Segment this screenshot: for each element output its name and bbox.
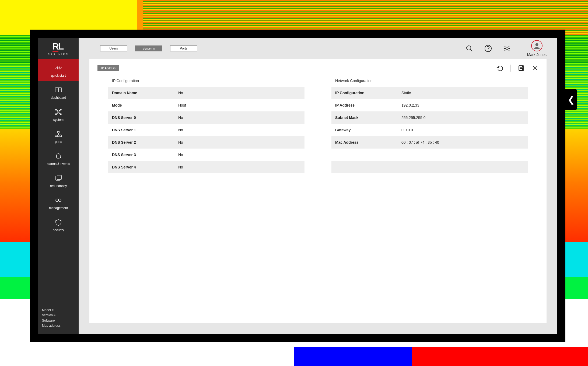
net-config-column: Network Configuration IP ConfigurationSt…: [331, 77, 528, 173]
help-icon[interactable]: [484, 44, 492, 52]
row-value: No: [178, 153, 183, 157]
row-key: DNS Server 4: [108, 165, 178, 169]
row-key: Domain Name: [108, 91, 178, 95]
card-actions: [496, 65, 538, 72]
content-card: IP Address IP Configuration Domain NameN…: [89, 59, 547, 323]
top-tabs: Users Systems Ports: [100, 45, 197, 51]
sidebar-item-ports[interactable]: ports: [38, 125, 79, 147]
svg-rect-9: [60, 135, 62, 137]
close-icon[interactable]: [532, 65, 538, 71]
topbar: Users Systems Ports Mark Jones: [79, 38, 557, 59]
row-key: DNS Server 3: [108, 153, 178, 157]
sidebar-item-label: management: [49, 206, 68, 210]
sidebar-nav: quick start dashboard system ports alarm…: [38, 59, 79, 236]
table-row: Mac Address00 : 07 : af 74 : 3b : 40: [331, 136, 528, 149]
brand-logo: RL RED LION: [38, 38, 79, 59]
app-frame: ❮ RL RED LION quick start dashboard syst: [30, 30, 565, 342]
table-row: [331, 149, 528, 161]
sidebar-item-security[interactable]: security: [38, 214, 79, 236]
sidebar-item-label: quick start: [51, 74, 66, 78]
row-key: Subnet Mask: [331, 115, 401, 120]
drawer-handle[interactable]: ❮: [565, 89, 577, 110]
brand-sub: RED LION: [48, 53, 69, 55]
management-icon: [54, 196, 62, 204]
row-value: No: [178, 165, 183, 169]
shield-icon: [54, 219, 62, 226]
table-row: DNS Server 0No: [108, 111, 304, 124]
table-row: IP Address192.0.2.33: [331, 99, 528, 111]
row-value: No: [178, 140, 183, 145]
row-value: 00 : 07 : af 74 : 3b : 40: [401, 140, 439, 145]
table-row: Subnet Mask255.255.255.0: [331, 111, 528, 124]
person-icon: [534, 43, 540, 49]
row-key: Mode: [108, 103, 178, 107]
row-value: No: [178, 128, 183, 132]
row-value: Host: [178, 103, 186, 107]
sidebar-item-label: dashboard: [51, 96, 66, 100]
sidebar-item-management[interactable]: management: [38, 192, 79, 214]
tab-systems[interactable]: Systems: [135, 45, 162, 51]
svg-rect-6: [58, 131, 59, 133]
table-row: Domain NameNo: [108, 87, 304, 99]
sidebar-item-label: alarms & events: [47, 162, 70, 166]
sidebar-footer: Model # Version # Software Mac address: [38, 308, 79, 328]
footer-line: Software: [42, 318, 75, 323]
main-panel: Users Systems Ports Mark Jones IP Addr: [79, 38, 557, 334]
row-key: DNS Server 0: [108, 115, 178, 120]
row-value: 0.0.0.0: [401, 128, 413, 132]
table-row: ModeHost: [108, 99, 304, 111]
user-name: Mark Jones: [527, 52, 547, 57]
tab-users[interactable]: Users: [100, 45, 127, 51]
table-row: DNS Server 3No: [108, 149, 304, 161]
tab-ports[interactable]: Ports: [170, 45, 197, 51]
row-key: IP Address: [331, 103, 401, 107]
sidebar-item-label: system: [53, 118, 64, 122]
undo-icon[interactable]: [496, 65, 503, 71]
save-icon[interactable]: [518, 65, 524, 71]
sidebar-item-quick-start[interactable]: quick start: [38, 59, 79, 81]
svg-point-13: [58, 199, 61, 202]
sidebar-item-dashboard[interactable]: dashboard: [38, 81, 79, 103]
row-value: No: [178, 115, 183, 120]
row-value: 255.255.255.0: [401, 115, 426, 120]
svg-point-12: [56, 199, 58, 202]
svg-rect-7: [55, 135, 57, 137]
svg-point-16: [506, 47, 508, 50]
svg-rect-8: [58, 135, 59, 137]
user-menu[interactable]: Mark Jones: [527, 40, 547, 57]
row-key: DNS Server 1: [108, 128, 178, 132]
svg-point-14: [467, 46, 471, 50]
column-title: Network Configuration: [335, 79, 528, 83]
row-key: IP Configuration: [331, 91, 401, 95]
row-value: No: [178, 91, 183, 95]
row-value: 192.0.2.33: [401, 103, 419, 107]
sidebar: RL RED LION quick start dashboard system: [38, 38, 79, 334]
sidebar-item-alarms[interactable]: alarms & events: [38, 147, 79, 170]
table-row: IP ConfigurationStatic: [331, 87, 528, 99]
system-icon: [54, 108, 62, 116]
bell-icon: [54, 152, 62, 160]
row-key: DNS Server 2: [108, 140, 178, 145]
redundancy-icon: [54, 174, 62, 182]
subtab-ip-address[interactable]: IP Address: [97, 65, 119, 71]
table-row: DNS Server 2No: [108, 136, 304, 149]
sidebar-item-system[interactable]: system: [38, 103, 79, 125]
gear-icon[interactable]: [503, 44, 511, 52]
ip-config-column: IP Configuration Domain NameNoModeHostDN…: [108, 77, 304, 173]
table-row: DNS Server 4No: [108, 161, 304, 173]
row-key: Mac Address: [331, 140, 401, 145]
svg-point-17: [536, 43, 538, 46]
svg-point-1: [58, 111, 59, 113]
row-value: Static: [401, 91, 411, 95]
search-icon[interactable]: [465, 44, 473, 52]
column-title: IP Configuration: [112, 79, 304, 83]
row-key: Gateway: [331, 128, 401, 132]
dashboard-icon: [54, 86, 62, 94]
subtab-row: IP Address: [97, 65, 538, 72]
table-row: [331, 161, 528, 173]
sidebar-item-redundancy[interactable]: redundancy: [38, 170, 79, 192]
table-row: DNS Server 1No: [108, 124, 304, 136]
footer-line: Mac address: [42, 323, 75, 328]
quick-start-icon: [54, 64, 62, 72]
avatar: [531, 40, 542, 51]
